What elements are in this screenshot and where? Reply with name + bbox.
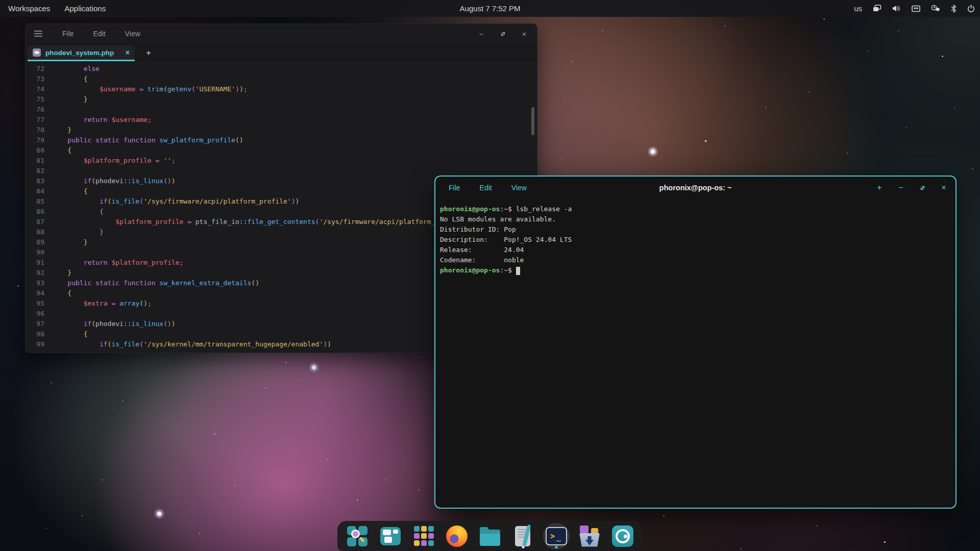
dock-store[interactable] [578,523,601,549]
dock-workspaces[interactable] [379,523,402,549]
network-icon[interactable] [909,4,923,14]
clock: August 7 7:52 PM [0,4,980,13]
dock: >_ [337,521,643,551]
terminal-line: phoronix@pop-os:~$ lsb_release -a [440,204,955,214]
notifications-icon[interactable] [928,3,943,14]
dock-applications[interactable] [412,523,435,549]
top-panel: Workspaces Applications August 7 7:52 PM… [0,0,980,17]
terminal-titlebar[interactable]: File Edit View phoronix@pop-os: ~ + − × [435,177,955,199]
editor-menu-view[interactable]: View [119,28,146,40]
terminal-line: Release: 24.04 [440,245,955,255]
settings-icon [612,525,633,547]
code-line: 81 $platform_profile = ''; [26,156,537,166]
hamburger-menu-icon[interactable] [32,28,45,39]
code-line: 78 } [26,125,537,135]
editor-close-button[interactable]: × [518,28,531,39]
tab-close-icon[interactable]: × [126,48,130,57]
dock-firefox[interactable] [445,523,469,549]
keyboard-layout-indicator[interactable]: us [851,3,865,14]
bright-star [308,362,320,373]
workspaces-icon [380,527,401,545]
terminal-line: No LSB modules are available. [440,214,955,224]
terminal-menu-view[interactable]: View [505,182,533,194]
terminal-minimize-button[interactable]: − [894,182,908,194]
editor-maximize-button[interactable] [496,28,509,39]
bright-star [154,508,165,519]
power-icon[interactable] [964,3,978,14]
code-line: 77 return $username; [26,115,537,125]
dock-files[interactable] [478,523,502,549]
bluetooth-icon[interactable] [948,3,960,14]
dock-launcher[interactable] [346,523,369,549]
terminal-menu-file[interactable]: File [443,182,467,194]
display-icon[interactable] [870,3,885,14]
volume-icon[interactable] [889,3,904,14]
terminal-maximize-button[interactable] [916,182,929,194]
terminal-new-tab-button[interactable]: + [873,182,886,194]
editor-menu-edit[interactable]: Edit [87,28,112,40]
code-line: 74 $username = trim(getenv('USERNAME')); [26,84,537,94]
editor-titlebar[interactable]: File Edit View − × [26,24,537,43]
running-indicator [522,546,525,548]
text-editor-icon [513,525,533,547]
app-grid-icon [414,526,434,546]
tab-title: phodevi_system.php [45,49,121,57]
running-indicator [555,546,558,548]
terminal-icon: >_ [546,527,567,545]
dock-terminal[interactable]: >_ [545,523,568,549]
bright-star [647,146,658,157]
editor-tab-phodevi-system[interactable]: phodevi_system.php × [28,45,135,61]
code-line: 72 else [26,64,537,74]
code-line: 76 [26,105,537,115]
terminal-line: phoronix@pop-os:~$ [440,265,955,276]
clock-button[interactable]: August 7 7:52 PM [454,3,525,14]
store-icon [578,525,601,547]
editor-minimize-button[interactable]: − [475,28,488,39]
terminal-line: Distributor ID: Pop [440,224,955,235]
code-line: 75 } [26,94,537,105]
editor-tab-bar: phodevi_system.php × + [26,43,537,61]
firefox-icon [446,525,468,547]
terminal-output[interactable]: phoronix@pop-os:~$ lsb_release -aNo LSB … [435,199,955,276]
launcher-icon [347,526,368,546]
terminal-line: Description: Pop!_OS 24.04 LTS [440,235,955,245]
dock-text-editor[interactable] [511,523,535,549]
terminal-line: Codename: noble [440,255,955,265]
code-line: 82 [26,166,537,176]
code-line: 79 public static function sw_platform_pr… [26,135,537,145]
editor-menu-file[interactable]: File [56,28,80,40]
dock-settings[interactable] [611,523,634,549]
terminal-close-button[interactable]: × [937,182,950,194]
files-icon [480,530,500,546]
terminal-window: File Edit View phoronix@pop-os: ~ + − × … [434,176,957,509]
code-line: 73 { [26,74,537,84]
terminal-cursor [516,267,520,275]
code-line: 80 { [26,145,537,156]
terminal-menu-edit[interactable]: Edit [474,182,498,194]
new-tab-button[interactable]: + [142,47,155,61]
document-icon [33,48,41,57]
editor-scrollbar[interactable] [531,107,534,135]
